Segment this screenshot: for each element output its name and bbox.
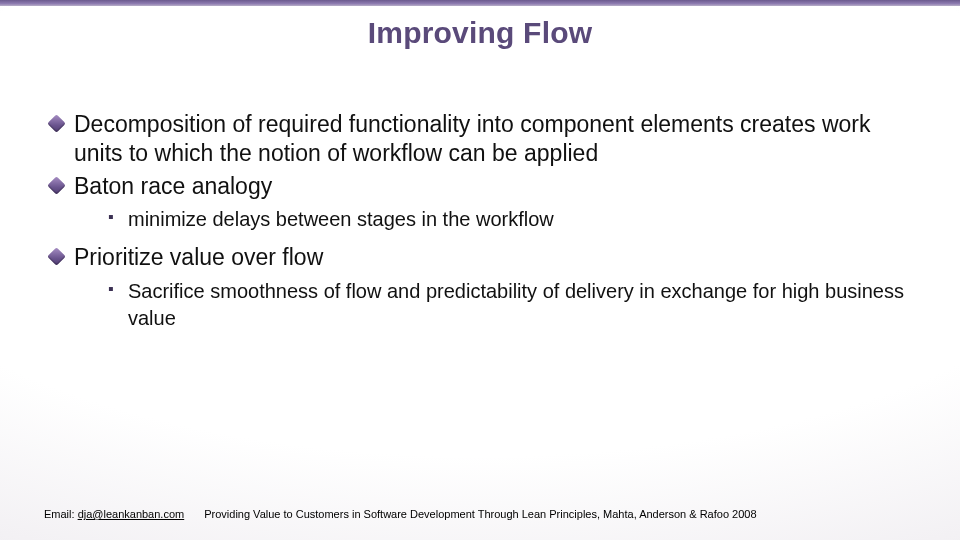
sub-bullet-list: minimize delays between stages in the wo… <box>74 206 916 233</box>
email-link[interactable]: dja@leankanban.com <box>78 508 185 520</box>
bullet-text: Baton race analogy <box>74 173 272 199</box>
slide-content: Decomposition of required functionality … <box>0 50 960 332</box>
sub-bullet-text: Sacrifice smoothness of flow and predict… <box>128 280 904 329</box>
sub-bullet-item: Sacrifice smoothness of flow and predict… <box>74 278 916 332</box>
bullet-item: Baton race analogy minimize delays betwe… <box>44 172 916 234</box>
slide: Improving Flow Decomposition of required… <box>0 0 960 540</box>
bullet-list: Decomposition of required functionality … <box>44 110 916 332</box>
bullet-item: Decomposition of required functionality … <box>44 110 916 168</box>
sub-bullet-item: minimize delays between stages in the wo… <box>74 206 916 233</box>
bullet-text: Decomposition of required functionality … <box>74 111 870 166</box>
bullet-text: Prioritize value over flow <box>74 244 323 270</box>
bullet-item: Prioritize value over flow Sacrifice smo… <box>44 243 916 332</box>
email-label: Email: <box>44 508 78 520</box>
email-block: Email: dja@leankanban.com <box>44 508 184 520</box>
slide-title: Improving Flow <box>0 6 960 50</box>
footer: Email: dja@leankanban.com Providing Valu… <box>44 508 916 520</box>
footer-citation: Providing Value to Customers in Software… <box>204 508 756 520</box>
sub-bullet-list: Sacrifice smoothness of flow and predict… <box>74 278 916 332</box>
sub-bullet-text: minimize delays between stages in the wo… <box>128 208 554 230</box>
